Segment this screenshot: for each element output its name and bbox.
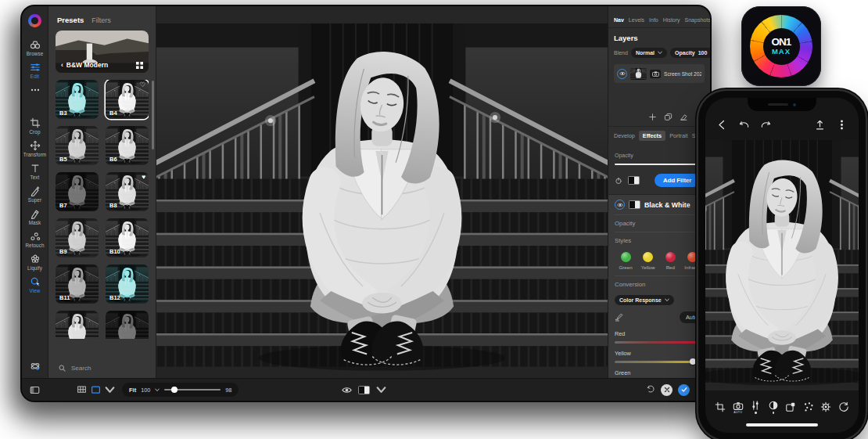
preset-thumbnail-b6[interactable]: B6 [106, 126, 149, 165]
favorite-heart-icon[interactable]: ♥ [142, 174, 145, 181]
apply-button[interactable] [678, 384, 690, 396]
targeted-adjustment-icon[interactable] [615, 313, 623, 322]
layer-row[interactable]: Screen Shot 2023-09-01 at 4.13.42 P [614, 64, 705, 83]
tab-history[interactable]: History [663, 17, 680, 23]
preview-eye-icon[interactable] [342, 385, 352, 395]
tool-super-select[interactable]: Super [22, 184, 48, 204]
grid-view-toggle-icon[interactable] [77, 385, 87, 395]
slider-track[interactable] [615, 341, 704, 344]
ai-auto-button[interactable]: AUTO [733, 401, 744, 414]
tab-filters[interactable]: Filters [91, 16, 111, 24]
zoom-percent[interactable]: 100 [141, 387, 150, 394]
filter-visibility-eye-icon[interactable] [615, 200, 625, 210]
redo-icon[interactable] [761, 120, 771, 130]
tool-transform[interactable]: Transform [22, 139, 48, 159]
settings-button[interactable] [820, 401, 831, 412]
grid-view-icon[interactable] [136, 62, 143, 69]
preset-thumbnail-partial[interactable] [56, 311, 99, 339]
preset-thumbnail-b10[interactable]: B10 [106, 218, 149, 257]
home-indicator[interactable] [705, 423, 859, 433]
style-green[interactable]: Green [616, 252, 635, 270]
tab-snapshots[interactable]: Snapshots [685, 17, 710, 23]
duplicate-layer-icon[interactable] [664, 113, 673, 121]
mask-preview-icon[interactable] [358, 386, 370, 394]
main-canvas[interactable] [156, 6, 608, 378]
presets-scrollbar[interactable] [152, 81, 154, 149]
zoom-slider-knob[interactable] [171, 387, 178, 393]
bw-opacity-label[interactable]: Opacity [615, 214, 704, 232]
style-swatch[interactable] [665, 252, 676, 262]
preset-thumbnail-b4[interactable]: B4♡ [106, 80, 149, 119]
crop-tool-button[interactable] [715, 401, 726, 412]
undo-icon[interactable] [739, 120, 749, 130]
style-swatch[interactable] [687, 252, 698, 262]
zoom-chevron-icon[interactable] [155, 388, 160, 392]
effects-opacity: Opacity [608, 145, 710, 168]
tab-portrait[interactable]: Portrait [669, 132, 688, 139]
tone-button[interactable] [768, 400, 779, 414]
on1-max-app-icon[interactable]: ON1 MAX [741, 6, 821, 86]
phone-photo[interactable] [705, 140, 859, 390]
style-swatch[interactable] [621, 252, 631, 262]
preset-thumbnail-b5[interactable]: B5 [56, 126, 99, 165]
preset-thumbnail-partial[interactable] [106, 311, 149, 339]
power-icon[interactable] [615, 177, 622, 185]
tab-effects[interactable]: Effects [639, 131, 665, 141]
preset-thumbnail-b8[interactable]: B8♥ [106, 172, 149, 211]
style-red[interactable]: Red [661, 252, 680, 270]
preset-thumbnail-b3[interactable]: B3 [56, 80, 99, 119]
share-icon[interactable] [815, 120, 825, 130]
back-icon[interactable] [717, 120, 727, 130]
style-yellow[interactable]: Yellow [639, 252, 658, 270]
delete-layer-icon[interactable] [680, 113, 688, 121]
undo-icon[interactable] [646, 384, 655, 394]
preset-thumbnail-b11[interactable]: B11 [56, 264, 99, 304]
kebab-menu-icon[interactable] [837, 120, 847, 130]
tool-view[interactable]: View [22, 275, 48, 295]
preset-thumbnail-b9[interactable]: B9 [56, 218, 99, 257]
effects-opacity-slider[interactable] [615, 164, 704, 165]
tool-liquify[interactable]: Liquify [22, 252, 48, 272]
preset-category-card[interactable]: ‹B&W Modern [56, 31, 149, 73]
toggle-panel-icon[interactable] [30, 385, 40, 395]
style-swatch[interactable] [643, 252, 653, 262]
tool-retouch[interactable]: Retouch [22, 229, 48, 250]
filters-button[interactable] [785, 401, 796, 412]
layer-opacity-dropdown[interactable]: Opacity100 [670, 48, 710, 58]
filter-mask-icon[interactable] [628, 176, 640, 185]
color-response-dropdown[interactable]: Color Response [615, 295, 674, 305]
zoom-slider[interactable] [164, 387, 221, 393]
sync-status-button[interactable] [22, 359, 48, 373]
sidebar-item-browse[interactable]: Browse [22, 38, 48, 58]
tab-levels[interactable]: Levels [629, 17, 644, 23]
adjust-button[interactable] [750, 400, 761, 414]
more-tools-button[interactable] [22, 83, 48, 97]
blend-mode-dropdown[interactable]: Normal [631, 48, 667, 58]
tab-info[interactable]: Info [649, 17, 658, 23]
favorite-heart-icon[interactable]: ♡ [139, 81, 145, 88]
reset-button[interactable] [838, 401, 849, 412]
bw-mask-icon[interactable] [629, 200, 640, 209]
preset-thumbnail-b12[interactable]: B12 [106, 264, 149, 304]
tool-text[interactable]: Text [22, 161, 48, 182]
add-layer-icon[interactable] [648, 113, 657, 121]
layer-visibility-eye-icon[interactable] [617, 69, 627, 79]
slider-knob[interactable] [690, 358, 696, 365]
add-filter-button[interactable]: Add Filter [655, 174, 700, 187]
tab-nav[interactable]: Nav [614, 17, 624, 23]
tab-presets[interactable]: Presets [57, 16, 84, 24]
back-chevron-icon[interactable]: ‹ [61, 61, 63, 69]
bw-styles-label[interactable]: Styles [615, 232, 704, 249]
search-input[interactable] [70, 364, 151, 372]
tool-crop[interactable]: Crop [22, 116, 48, 136]
fit-button[interactable]: Fit [129, 387, 136, 394]
tab-develop[interactable]: Develop [614, 132, 635, 139]
preset-thumbnail-b7[interactable]: B7 [56, 172, 99, 211]
cancel-button[interactable] [661, 384, 673, 396]
preview-options-chevron-icon[interactable] [376, 385, 386, 395]
tool-mask[interactable]: Mask [22, 207, 48, 227]
sidebar-item-edit[interactable]: Edit [22, 60, 48, 81]
noise-button[interactable] [803, 401, 814, 412]
detail-view-toggle-icon[interactable] [91, 385, 101, 395]
view-options-chevron-icon[interactable] [105, 385, 115, 395]
